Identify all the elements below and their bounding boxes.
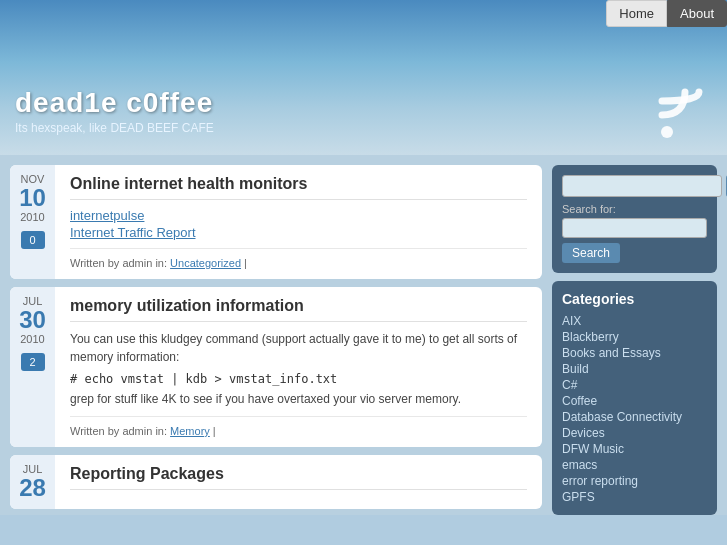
post-comments-2[interactable]: 2	[21, 353, 45, 371]
post-year-2: 2010	[20, 333, 44, 345]
post-body-3: Reporting Packages	[55, 455, 542, 509]
rss-icon	[657, 87, 712, 142]
post-day-3: 28	[19, 475, 46, 501]
category-item-csharp[interactable]: C#	[562, 377, 707, 393]
post-date-2: Jul 30 2010 2	[10, 287, 55, 447]
category-item-books[interactable]: Books and Essays	[562, 345, 707, 361]
post-body-1: Online internet health monitors internet…	[55, 165, 542, 279]
main-layout: Nov 10 2010 0 Online internet health mon…	[0, 155, 727, 515]
category-item-database[interactable]: Database Connectivity	[562, 409, 707, 425]
post-meta-1: Written by admin in: Uncategorized |	[70, 257, 527, 269]
post-separator-1	[70, 248, 527, 249]
nav-about[interactable]: About	[667, 0, 727, 27]
post-separator-2	[70, 416, 527, 417]
post-title-2: memory utilization information	[70, 297, 527, 322]
post-link-1b[interactable]: Internet Traffic Report	[70, 225, 527, 240]
search-button[interactable]: Search	[562, 243, 620, 263]
post-card-2: Jul 30 2010 2 memory utilization informa…	[10, 287, 542, 447]
search-for-label: Search for:	[562, 203, 707, 215]
category-item-aix[interactable]: AIX	[562, 313, 707, 329]
site-title: dead1e c0ffee	[15, 87, 214, 119]
sidebar: 🔍 Search for: Search Categories AIX Blac…	[552, 165, 717, 515]
post-text-2b: grep for stuff like 4K to see if you hav…	[70, 390, 527, 408]
rss-icon-area[interactable]	[657, 87, 712, 145]
nav-bar: Home About	[606, 0, 727, 27]
post-card-1: Nov 10 2010 0 Online internet health mon…	[10, 165, 542, 279]
post-year-1: 2010	[20, 211, 44, 223]
search-widget: 🔍 Search for: Search	[552, 165, 717, 273]
site-header: Home About dead1e c0ffee Its hexspeak, l…	[0, 0, 727, 155]
category-list: AIX Blackberry Books and Essays Build C#…	[562, 313, 707, 505]
post-body-2: memory utilization information You can u…	[55, 287, 542, 447]
post-category-link-2[interactable]: Memory	[170, 425, 210, 437]
post-comments-1[interactable]: 0	[21, 231, 45, 249]
post-code-2a: # echo vmstat | kdb > vmstat_info.txt	[70, 372, 527, 386]
site-title-area: dead1e c0ffee Its hexspeak, like DEAD BE…	[15, 87, 214, 135]
post-day-1: 10	[19, 185, 46, 211]
post-date-1: Nov 10 2010 0	[10, 165, 55, 279]
category-item-devices[interactable]: Devices	[562, 425, 707, 441]
category-item-error[interactable]: error reporting	[562, 473, 707, 489]
post-title-3: Reporting Packages	[70, 465, 527, 490]
category-item-dfw[interactable]: DFW Music	[562, 441, 707, 457]
post-meta-2: Written by admin in: Memory |	[70, 425, 527, 437]
search-row: 🔍	[562, 175, 707, 197]
content-area: Nov 10 2010 0 Online internet health mon…	[10, 165, 542, 515]
post-title-1: Online internet health monitors	[70, 175, 527, 200]
categories-title: Categories	[562, 291, 707, 307]
categories-widget: Categories AIX Blackberry Books and Essa…	[552, 281, 717, 515]
category-item-build[interactable]: Build	[562, 361, 707, 377]
category-item-blackberry[interactable]: Blackberry	[562, 329, 707, 345]
search-input-for[interactable]	[562, 218, 707, 238]
svg-point-0	[661, 126, 673, 138]
post-card-3: Jul 28 Reporting Packages	[10, 455, 542, 509]
post-text-2: You can use this kludgey command (suppor…	[70, 330, 527, 366]
search-input-top[interactable]	[562, 175, 722, 197]
post-day-2: 30	[19, 307, 46, 333]
category-item-emacs[interactable]: emacs	[562, 457, 707, 473]
post-category-link-1[interactable]: Uncategorized	[170, 257, 241, 269]
post-date-3: Jul 28	[10, 455, 55, 509]
category-item-coffee[interactable]: Coffee	[562, 393, 707, 409]
post-link-1a[interactable]: internetpulse	[70, 208, 527, 223]
site-subtitle: Its hexspeak, like DEAD BEEF CAFE	[15, 121, 214, 135]
nav-home[interactable]: Home	[606, 0, 667, 27]
category-item-gpfs[interactable]: GPFS	[562, 489, 707, 505]
